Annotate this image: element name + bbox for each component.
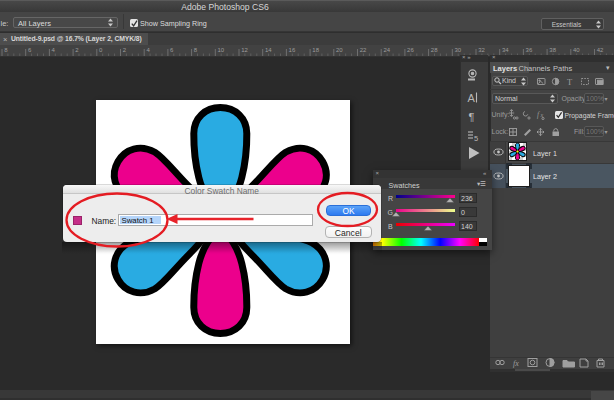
svg-text:12: 12	[241, 47, 248, 53]
svg-text:4: 4	[146, 47, 150, 53]
svg-text:42: 42	[597, 47, 604, 53]
svg-text:26: 26	[407, 47, 414, 53]
svg-text:T: T	[567, 76, 573, 86]
svg-text:4: 4	[52, 47, 56, 53]
svg-text:16: 16	[289, 47, 296, 53]
svg-text:5: 5	[474, 134, 478, 143]
svg-text:34: 34	[502, 47, 509, 53]
svg-text:10: 10	[218, 47, 225, 53]
svg-text:2: 2	[123, 47, 127, 53]
svg-text:32: 32	[478, 47, 485, 53]
svg-text:38: 38	[549, 47, 556, 53]
svg-text:A: A	[468, 92, 476, 104]
svg-text:22: 22	[360, 47, 367, 53]
svg-text:6: 6	[170, 47, 174, 53]
svg-text:0: 0	[99, 47, 103, 53]
svg-text:24: 24	[383, 47, 390, 53]
svg-text:40: 40	[573, 47, 580, 53]
svg-text:8: 8	[194, 47, 198, 53]
svg-text:20: 20	[336, 47, 343, 53]
svg-text:36: 36	[526, 47, 533, 53]
svg-text:¶: ¶	[469, 111, 475, 123]
svg-text:28: 28	[431, 47, 438, 53]
svg-text:6: 6	[28, 47, 32, 53]
svg-text:2: 2	[75, 47, 79, 53]
svg-text:14: 14	[265, 47, 272, 53]
svg-text:fx: fx	[513, 359, 519, 368]
svg-text:18: 18	[312, 47, 319, 53]
svg-text:8: 8	[4, 47, 8, 53]
svg-text:30: 30	[455, 47, 462, 53]
